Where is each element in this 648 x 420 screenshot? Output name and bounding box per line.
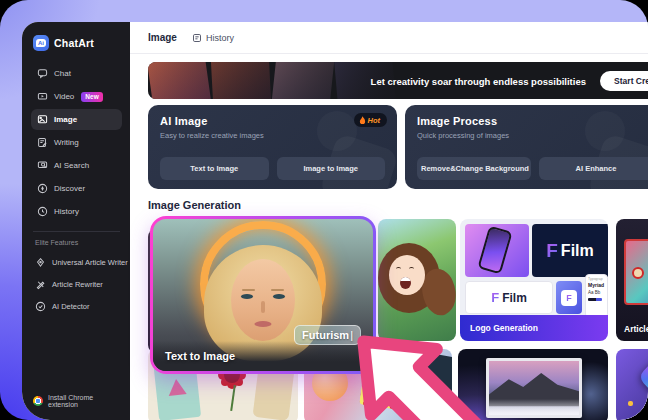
brand-letter: F <box>491 290 499 305</box>
style-tag-label: Futurism <box>302 329 349 341</box>
sidebar-item-label: AI Search <box>54 161 89 170</box>
gallery-card-3d-shapes[interactable] <box>616 349 648 420</box>
logo-navy-tile: F Film <box>532 224 608 277</box>
tab-image[interactable]: Image <box>148 32 177 43</box>
brand-name: Film <box>502 291 527 305</box>
app-logo: Ai ChatArt <box>33 35 120 51</box>
sidebar-item-article-rewriter[interactable]: Article Rewriter <box>31 274 122 294</box>
sidebar-item-label: Video <box>54 92 74 101</box>
style-tag-futurism[interactable]: Futurism | <box>294 325 361 345</box>
chrome-icon <box>33 396 43 406</box>
logo-generation-label: Logo Generation <box>470 323 538 333</box>
sidebar-item-ai-detector[interactable]: AI Detector <box>31 296 122 316</box>
discover-icon <box>37 183 48 194</box>
sidebar-item-label: AI Detector <box>52 302 90 311</box>
ai-enhance-button[interactable]: AI Enhance <box>539 157 648 180</box>
banner-text: Let creativity soar through endless poss… <box>371 75 586 86</box>
install-extension-label: Install Chrome extension <box>48 394 120 408</box>
gallery-card-anime[interactable] <box>378 219 456 341</box>
text-to-image-preview: Futurism | Text to Image <box>153 219 373 371</box>
pens-icon <box>35 279 46 290</box>
ai-search-icon <box>37 160 48 171</box>
text-to-image-label: Text to Image <box>165 350 235 362</box>
sidebar-item-label: Image <box>54 115 77 124</box>
sidebar-item-label: Article Rewriter <box>52 280 103 289</box>
sidebar-item-ai-search[interactable]: AI Search <box>31 155 122 176</box>
sidebar-divider <box>33 231 120 232</box>
install-chrome-extension[interactable]: Install Chrome extension <box>31 392 122 410</box>
sidebar-item-discover[interactable]: Discover <box>31 178 122 199</box>
image-generation-gallery: F Film F Film F Typograp Myriad <box>148 219 648 420</box>
sidebar-item-image[interactable]: Image <box>31 109 122 130</box>
sidebar-item-label: History <box>54 207 79 216</box>
watermark-shape <box>317 111 357 151</box>
watermark-shape <box>585 111 625 151</box>
gallery-card-article[interactable]: Article <box>616 219 648 341</box>
image-icon <box>37 114 48 125</box>
elite-features-label: Elite Features <box>35 239 118 246</box>
main-area: Image History Let creativity soar throug… <box>130 22 648 420</box>
app-window: Ai ChatArt Chat Video New Image Writing <box>22 22 648 420</box>
brand-name: Film <box>561 242 594 260</box>
image-process-card: Image Process Quick processing of images… <box>405 105 648 189</box>
history-icon <box>37 206 48 217</box>
feature-cards-row: AI Image Easy to realize creative images… <box>148 105 648 189</box>
app-title: ChatArt <box>54 37 94 49</box>
content: Let creativity soar through endless poss… <box>130 54 648 420</box>
hot-badge: Hot <box>354 113 388 127</box>
topbar: Image History <box>130 22 648 54</box>
history-doc-icon <box>192 33 202 43</box>
sidebar-item-universal-article-writer[interactable]: Universal Article Writer <box>31 252 122 272</box>
gallery-card-text-to-image[interactable]: Futurism | Text to Image <box>150 216 376 374</box>
image-to-image-button[interactable]: Image to Image <box>277 157 386 180</box>
text-to-image-button[interactable]: Text to Image <box>160 157 269 180</box>
ai-image-card: AI Image Easy to realize creative images… <box>148 105 397 189</box>
portrait-face <box>231 259 295 341</box>
chat-icon <box>37 68 48 79</box>
app-icon: F <box>561 290 577 306</box>
logo-white-tile: F Film <box>465 281 553 314</box>
promo-banner: Let creativity soar through endless poss… <box>148 62 648 99</box>
check-circle-icon <box>35 301 46 312</box>
video-icon <box>37 91 48 102</box>
tab-history[interactable]: History <box>192 33 234 43</box>
sidebar-item-label: Chat <box>54 69 71 78</box>
logo-phone-tile <box>465 224 529 277</box>
remove-change-background-button[interactable]: Remove&Change Background <box>417 157 531 180</box>
tab-history-label: History <box>206 33 234 43</box>
section-title-image-generation: Image Generation <box>148 199 648 211</box>
writing-icon <box>37 137 48 148</box>
sidebar-item-label: Universal Article Writer <box>52 258 128 267</box>
sidebar-item-writing[interactable]: Writing <box>31 132 122 153</box>
screenshot-canvas: Ai ChatArt Chat Video New Image Writing <box>0 0 648 420</box>
ink-pen-icon <box>35 257 46 268</box>
gallery-card-logo-generation[interactable]: F Film F Film F Typograp Myriad <box>460 219 608 341</box>
logo-generation-label-bar: Logo Generation <box>460 315 608 341</box>
chatart-logo-icon: Ai <box>33 35 49 51</box>
gallery-card-mountain[interactable] <box>458 349 608 420</box>
new-badge: New <box>81 92 102 102</box>
sidebar-item-label: Writing <box>54 138 79 147</box>
sidebar-item-label: Discover <box>54 184 85 193</box>
sidebar-item-video[interactable]: Video New <box>31 86 122 107</box>
article-label: Article <box>624 324 648 334</box>
typography-specimen-tile: Typograp Myriad Aa Bb <box>585 274 608 318</box>
start-creating-button[interactable]: Start Cre <box>600 71 648 91</box>
logo-app-tile: F <box>556 281 582 314</box>
text-caret: | <box>350 329 353 341</box>
flame-icon <box>359 116 366 125</box>
sidebar-item-history[interactable]: History <box>31 201 122 222</box>
sidebar: Ai ChatArt Chat Video New Image Writing <box>22 22 130 420</box>
brand-letter: F <box>546 240 558 262</box>
sidebar-item-chat[interactable]: Chat <box>31 63 122 84</box>
